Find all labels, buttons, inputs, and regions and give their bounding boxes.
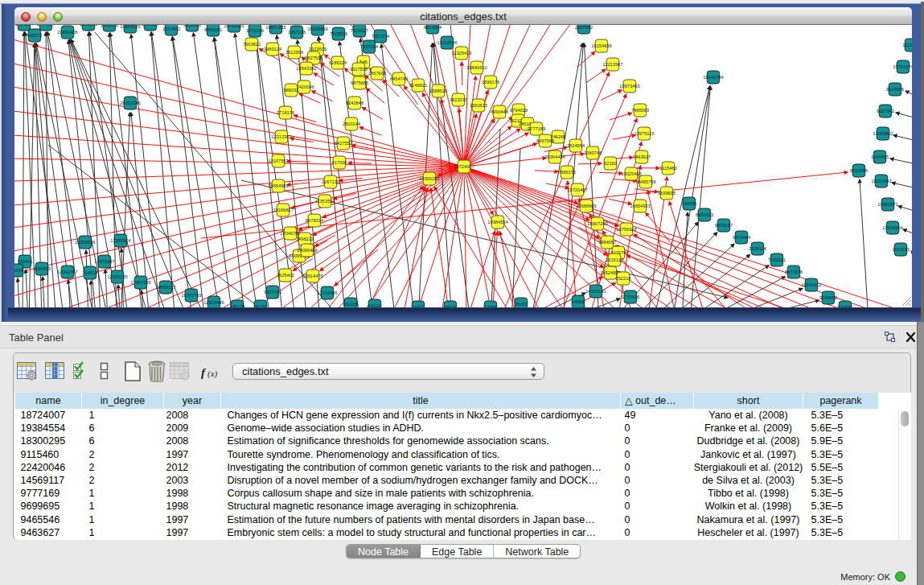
svg-text:16782759: 16782759 xyxy=(181,293,201,298)
svg-text:6466161: 6466161 xyxy=(204,27,222,32)
svg-text:7625402: 7625402 xyxy=(277,273,294,278)
svg-text:8454749: 8454749 xyxy=(390,76,408,81)
svg-text:16210643: 16210643 xyxy=(871,179,891,183)
svg-text:14099489: 14099489 xyxy=(297,248,317,253)
svg-text:11353594: 11353594 xyxy=(315,199,335,204)
svg-text:10719155: 10719155 xyxy=(224,25,244,28)
svg-text:2718176: 2718176 xyxy=(277,110,294,115)
svg-text:14086: 14086 xyxy=(572,299,585,304)
svg-text:252214: 252214 xyxy=(616,276,631,281)
svg-text:6794028: 6794028 xyxy=(510,108,528,113)
svg-text:8471676: 8471676 xyxy=(785,270,803,274)
svg-text:9227342: 9227342 xyxy=(877,109,894,113)
svg-text:7515526: 7515526 xyxy=(330,31,347,36)
svg-text:164095: 164095 xyxy=(682,201,697,206)
svg-text:18907249: 18907249 xyxy=(587,221,607,226)
svg-text:114519: 114519 xyxy=(83,270,98,275)
svg-text:3960124: 3960124 xyxy=(264,47,281,51)
svg-text:8215958: 8215958 xyxy=(850,168,868,173)
svg-text:62160: 62160 xyxy=(604,161,617,166)
svg-text:10025438: 10025438 xyxy=(621,171,641,176)
svg-text:16648784: 16648784 xyxy=(703,75,723,80)
svg-text:17957255: 17957255 xyxy=(130,280,150,285)
svg-text:10756928: 10756928 xyxy=(616,227,636,232)
svg-text:6497568: 6497568 xyxy=(536,138,554,143)
svg-text:2322605: 2322605 xyxy=(309,47,326,51)
svg-text:1533509: 1533509 xyxy=(80,25,97,27)
svg-text:16033809: 16033809 xyxy=(307,27,327,31)
svg-text:9699695: 9699695 xyxy=(658,191,676,196)
svg-text:18640910: 18640910 xyxy=(466,65,487,70)
svg-text:335061: 335061 xyxy=(18,259,33,264)
svg-text:9657791: 9657791 xyxy=(264,290,281,295)
svg-text:12213967: 12213967 xyxy=(602,62,622,67)
svg-text:96193: 96193 xyxy=(254,304,267,307)
svg-text:1065327: 1065327 xyxy=(142,25,159,27)
svg-text:17365: 17365 xyxy=(484,305,497,307)
svg-text:7663822: 7663822 xyxy=(243,42,261,47)
svg-text:10671355: 10671355 xyxy=(265,25,285,30)
svg-text:10973493: 10973493 xyxy=(619,84,639,89)
svg-text:9463627: 9463627 xyxy=(633,154,651,159)
svg-text:16654923: 16654923 xyxy=(630,204,650,208)
svg-text:3822037: 3822037 xyxy=(450,97,467,102)
svg-text:9146821: 9146821 xyxy=(409,83,427,88)
svg-text:16154838: 16154838 xyxy=(591,43,611,48)
svg-text:26053: 26053 xyxy=(515,302,528,307)
svg-text:17359924: 17359924 xyxy=(110,238,130,243)
svg-text:(x): (x) xyxy=(207,369,218,379)
svg-text:2494254: 2494254 xyxy=(37,25,55,27)
svg-text:15720407: 15720407 xyxy=(567,187,587,192)
svg-text:7632621: 7632621 xyxy=(768,257,786,262)
svg-text:8678334: 8678334 xyxy=(306,218,323,223)
svg-text:9327508: 9327508 xyxy=(350,67,368,72)
svg-text:16543382: 16543382 xyxy=(296,66,316,71)
svg-text:10107553: 10107553 xyxy=(268,159,288,163)
svg-text:1244415: 1244415 xyxy=(871,154,889,159)
svg-text:26053346: 26053346 xyxy=(120,101,140,105)
svg-text:19218506: 19218506 xyxy=(437,40,457,45)
svg-text:9777169: 9777169 xyxy=(528,126,545,131)
svg-text:1527602: 1527602 xyxy=(162,27,180,31)
svg-text:12213363: 12213363 xyxy=(271,134,291,139)
svg-text:8427552: 8427552 xyxy=(335,141,352,146)
svg-text:7886372: 7886372 xyxy=(558,170,576,175)
svg-text:9245652: 9245652 xyxy=(819,295,837,300)
svg-text:19120: 19120 xyxy=(368,303,381,307)
svg-text:1362615: 1362615 xyxy=(470,103,487,108)
svg-text:1615112: 1615112 xyxy=(606,257,623,262)
svg-text:2087682: 2087682 xyxy=(575,25,593,30)
svg-text:19166827: 19166827 xyxy=(273,208,293,212)
svg-text:8938923: 8938923 xyxy=(696,212,713,217)
svg-text:1494254: 1494254 xyxy=(15,25,33,27)
svg-text:405572: 405572 xyxy=(27,33,43,38)
svg-text:9474444: 9474444 xyxy=(733,235,750,240)
svg-text:39154: 39154 xyxy=(14,268,23,273)
svg-text:13975115: 13975115 xyxy=(634,131,655,136)
svg-text:8990448: 8990448 xyxy=(491,109,508,114)
svg-text:1063326: 1063326 xyxy=(101,25,118,27)
svg-text:3912954: 3912954 xyxy=(285,50,303,55)
svg-text:9884067: 9884067 xyxy=(598,240,616,245)
svg-text:2803144: 2803144 xyxy=(343,122,360,126)
svg-text:3824554: 3824554 xyxy=(567,143,585,148)
svg-text:10654112: 10654112 xyxy=(802,282,822,287)
svg-text:8813054: 8813054 xyxy=(424,25,441,30)
svg-text:1156829: 1156829 xyxy=(33,266,51,271)
svg-text:12923446: 12923446 xyxy=(203,300,224,305)
svg-text:8186328: 8186328 xyxy=(329,60,347,65)
svg-text:1733426: 1733426 xyxy=(622,295,639,299)
svg-text:191208: 191208 xyxy=(343,302,359,307)
svg-text:19654983: 19654983 xyxy=(268,183,288,188)
svg-text:18495758: 18495758 xyxy=(635,179,655,184)
svg-text:6466160: 6466160 xyxy=(183,25,201,27)
svg-text:17046788: 17046788 xyxy=(280,231,300,236)
svg-text:12342757: 12342757 xyxy=(57,270,77,274)
svg-text:31672: 31672 xyxy=(412,305,425,307)
svg-text:2867608: 2867608 xyxy=(368,71,386,76)
svg-text:10958117: 10958117 xyxy=(156,285,176,290)
svg-text:1696176: 1696176 xyxy=(482,80,499,84)
svg-text:12093832: 12093832 xyxy=(873,131,893,136)
svg-text:18724007: 18724007 xyxy=(454,164,474,169)
svg-text:12505135: 12505135 xyxy=(107,274,127,279)
